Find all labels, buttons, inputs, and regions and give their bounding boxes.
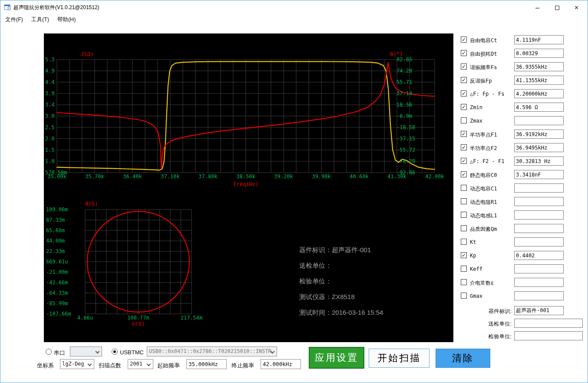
clear-button[interactable]: 清除	[436, 349, 490, 368]
result-value-input[interactable]	[514, 103, 564, 112]
start-scan-button[interactable]: 开始扫描	[369, 349, 429, 368]
theta-tick-label: -6.9m	[396, 113, 412, 119]
apply-settings-button[interactable]: 应用设置	[309, 347, 364, 369]
result-value-input[interactable]	[514, 237, 564, 246]
theta-tick-label: -74.29	[396, 158, 415, 164]
result-value-input[interactable]	[514, 76, 564, 85]
result-label: Zmax	[470, 118, 482, 124]
usb-address-combo[interactable]: USB0::0x0471::0x2786::T020215010::INSTR	[147, 346, 277, 356]
result-checkbox[interactable]	[461, 198, 467, 204]
result-checkbox[interactable]: ✓	[461, 37, 467, 43]
b-tick-label: 669.61u	[46, 259, 68, 265]
freq-tick-label: 42.00k	[425, 173, 444, 180]
result-checkbox[interactable]: ✓	[461, 77, 467, 83]
stop-frequency-input[interactable]	[261, 359, 301, 369]
scan-points-combo-text: 2001	[130, 361, 142, 367]
result-checkbox[interactable]	[461, 185, 467, 191]
minimize-button[interactable]: –	[528, 1, 547, 14]
z-tick-label: 2.5	[45, 124, 55, 130]
freq-tick-label: 39.20k	[274, 173, 293, 180]
result-checkbox[interactable]: ✓	[461, 63, 467, 70]
result-checkbox[interactable]: ✓	[461, 144, 467, 150]
result-row: 动态电感L1	[459, 210, 586, 220]
scan-points-combo[interactable]: 2001	[128, 359, 153, 369]
window-title: 超声阻抗分析软件(V1.0.21@201512)	[13, 4, 99, 11]
result-value-input[interactable]	[514, 49, 564, 58]
result-checkbox[interactable]	[461, 279, 467, 285]
freq-tick-label: 39.90k	[312, 173, 331, 180]
z-tick-label: 3.9	[45, 90, 55, 97]
result-row: ✓半功率点F1	[459, 130, 586, 139]
results-panel: ✓自由电容Ct✓自由损耗Dt✓谐振频率Fs✓反谐振Fp✓△F: Fp - Fs✓…	[459, 35, 586, 305]
result-label: 谐振频率Fs	[470, 64, 497, 71]
result-checkbox[interactable]	[461, 212, 467, 218]
identity-row: 检验单位:	[459, 331, 586, 340]
start-frequency-input[interactable]	[186, 359, 227, 369]
b-tick-label: 44.00m	[46, 238, 65, 244]
result-value-input[interactable]	[514, 157, 564, 166]
result-label: △F: F2 - F1	[470, 158, 504, 164]
result-label: 品质因素Qm	[470, 226, 497, 233]
result-label: Keff	[470, 266, 482, 272]
result-row: Kt	[459, 237, 586, 246]
scan-points-label: 扫描点数	[99, 362, 121, 370]
identity-input[interactable]	[514, 331, 583, 340]
z-tick-label: 4.9	[45, 68, 55, 74]
chevron-down-icon	[88, 362, 92, 366]
result-checkbox[interactable]: ✓	[461, 252, 467, 258]
result-value-input[interactable]	[514, 35, 564, 44]
b-tick-label: 109.00m	[46, 206, 68, 213]
result-label: 动态电容C1	[470, 185, 497, 193]
result-checkbox[interactable]	[461, 239, 467, 245]
result-row: ✓自由损耗Dt	[459, 49, 586, 58]
identity-input[interactable]	[514, 319, 583, 328]
result-value-input[interactable]	[514, 130, 564, 139]
usbtmc-radio[interactable]	[112, 349, 118, 355]
freq-tick-label: 36.40k	[123, 173, 142, 180]
b-tick-label: -64.33m	[46, 290, 68, 296]
app-window: 超声阻抗分析软件(V1.0.21@201512) – × 文件(F)工具(T)帮…	[0, 0, 588, 383]
coord-system-combo[interactable]: lgZ-Deg	[60, 359, 94, 369]
result-checkbox[interactable]: ✓	[461, 131, 467, 137]
close-button[interactable]: ×	[567, 1, 586, 14]
result-value-input[interactable]	[514, 197, 564, 206]
serial-port-combo[interactable]	[70, 346, 102, 356]
result-value-input[interactable]	[514, 264, 564, 273]
result-value-input[interactable]	[514, 210, 564, 220]
result-checkbox[interactable]: ✓	[461, 104, 467, 110]
result-checkbox[interactable]	[461, 293, 467, 299]
result-label: 动态电阻R1	[470, 199, 497, 206]
result-row: Gmax	[459, 291, 586, 300]
result-value-input[interactable]	[514, 62, 564, 71]
freq-tick-label: 35.00k	[47, 173, 66, 180]
result-value-input[interactable]	[514, 89, 564, 98]
result-value-input[interactable]	[514, 116, 564, 125]
device-info-line: 器件标识：超声器件-001	[299, 242, 383, 258]
result-value-input[interactable]	[514, 278, 564, 287]
minimize-icon: –	[535, 4, 539, 12]
result-checkbox[interactable]: ✓	[461, 90, 467, 97]
result-checkbox[interactable]	[461, 266, 467, 272]
menu-item-tools[interactable]: 工具(T)	[31, 16, 49, 23]
result-checkbox[interactable]: ✓	[461, 50, 467, 56]
serial-radio[interactable]	[46, 349, 52, 355]
result-checkbox[interactable]: ✓	[461, 158, 467, 164]
identity-input[interactable]	[514, 306, 564, 315]
result-checkbox[interactable]	[461, 225, 467, 231]
maximize-button[interactable]	[547, 1, 567, 14]
menu-item-help[interactable]: 帮助(H)	[57, 16, 76, 23]
result-checkbox[interactable]: ✓	[461, 171, 467, 177]
result-value-input[interactable]	[514, 251, 564, 260]
menu-item-file[interactable]: 文件(F)	[5, 16, 23, 23]
result-label: Gmax	[470, 293, 482, 299]
freq-tick-label: 37.10k	[161, 173, 180, 180]
result-checkbox[interactable]	[461, 117, 467, 123]
result-value-input[interactable]	[514, 143, 564, 152]
b-tick-label: -21.00m	[46, 269, 68, 275]
result-value-input[interactable]	[514, 170, 564, 179]
result-value-input[interactable]	[514, 291, 564, 300]
result-value-input[interactable]	[514, 224, 564, 233]
identity-row: 器件标识:	[459, 306, 586, 315]
b-tick-label: -42.66m	[46, 280, 68, 286]
result-value-input[interactable]	[514, 183, 564, 193]
